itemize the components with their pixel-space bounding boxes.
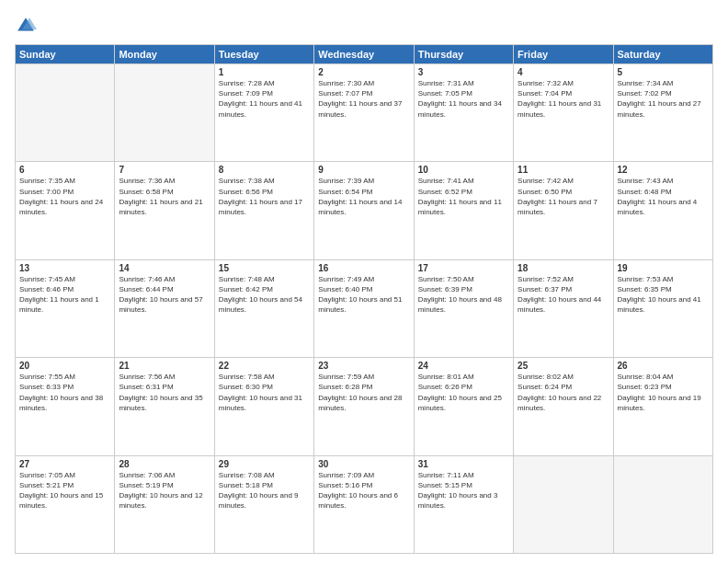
calendar-cell: 30Sunrise: 7:09 AMSunset: 5:16 PMDayligh… bbox=[314, 455, 414, 553]
calendar-cell: 21Sunrise: 7:56 AMSunset: 6:31 PMDayligh… bbox=[115, 358, 214, 455]
day-info: Sunrise: 7:05 AMSunset: 5:21 PMDaylight:… bbox=[19, 470, 110, 511]
day-number: 11 bbox=[518, 165, 609, 175]
day-info: Sunrise: 8:04 AMSunset: 6:23 PMDaylight:… bbox=[618, 372, 709, 413]
day-number: 14 bbox=[119, 263, 210, 273]
calendar-cell: 29Sunrise: 7:08 AMSunset: 5:18 PMDayligh… bbox=[214, 455, 313, 553]
day-number: 9 bbox=[318, 165, 409, 175]
day-info: Sunrise: 7:34 AMSunset: 7:02 PMDaylight:… bbox=[618, 78, 709, 120]
day-number: 3 bbox=[418, 67, 509, 77]
day-info: Sunrise: 7:36 AMSunset: 6:58 PMDaylight:… bbox=[119, 176, 210, 217]
calendar-week-1: 6Sunrise: 7:35 AMSunset: 7:00 PMDaylight… bbox=[16, 162, 713, 259]
day-info: Sunrise: 7:28 AMSunset: 7:09 PMDaylight:… bbox=[219, 78, 310, 120]
calendar-cell: 6Sunrise: 7:35 AMSunset: 7:00 PMDaylight… bbox=[16, 162, 115, 259]
calendar-header-friday: Friday bbox=[514, 45, 613, 64]
day-number: 12 bbox=[618, 165, 709, 175]
day-info: Sunrise: 7:45 AMSunset: 6:46 PMDaylight:… bbox=[19, 274, 110, 316]
day-number: 22 bbox=[219, 361, 310, 371]
calendar-header-sunday: Sunday bbox=[16, 45, 115, 64]
day-info: Sunrise: 7:42 AMSunset: 6:50 PMDaylight:… bbox=[518, 176, 609, 217]
calendar-cell: 17Sunrise: 7:50 AMSunset: 6:39 PMDayligh… bbox=[414, 259, 513, 357]
calendar-cell: 13Sunrise: 7:45 AMSunset: 6:46 PMDayligh… bbox=[16, 259, 115, 357]
day-info: Sunrise: 7:52 AMSunset: 6:37 PMDaylight:… bbox=[518, 274, 609, 316]
day-info: Sunrise: 7:46 AMSunset: 6:44 PMDaylight:… bbox=[119, 274, 210, 316]
calendar-cell: 2Sunrise: 7:30 AMSunset: 7:07 PMDaylight… bbox=[314, 64, 414, 162]
day-info: Sunrise: 7:55 AMSunset: 6:33 PMDaylight:… bbox=[19, 372, 110, 413]
day-number: 20 bbox=[19, 361, 110, 371]
day-number: 31 bbox=[418, 459, 509, 469]
calendar-week-3: 20Sunrise: 7:55 AMSunset: 6:33 PMDayligh… bbox=[16, 358, 713, 455]
calendar-cell: 10Sunrise: 7:41 AMSunset: 6:52 PMDayligh… bbox=[414, 162, 513, 259]
calendar-cell: 14Sunrise: 7:46 AMSunset: 6:44 PMDayligh… bbox=[115, 259, 214, 357]
calendar-cell: 12Sunrise: 7:43 AMSunset: 6:48 PMDayligh… bbox=[613, 162, 712, 259]
day-info: Sunrise: 7:48 AMSunset: 6:42 PMDaylight:… bbox=[219, 274, 310, 316]
calendar-header-thursday: Thursday bbox=[414, 45, 513, 64]
day-number: 28 bbox=[119, 459, 210, 469]
day-info: Sunrise: 7:50 AMSunset: 6:39 PMDaylight:… bbox=[418, 274, 509, 316]
calendar-cell: 8Sunrise: 7:38 AMSunset: 6:56 PMDaylight… bbox=[214, 162, 313, 259]
calendar-cell: 18Sunrise: 7:52 AMSunset: 6:37 PMDayligh… bbox=[514, 259, 613, 357]
day-number: 19 bbox=[618, 263, 709, 273]
day-number: 7 bbox=[119, 165, 210, 175]
calendar-header-wednesday: Wednesday bbox=[314, 45, 414, 64]
day-info: Sunrise: 8:02 AMSunset: 6:24 PMDaylight:… bbox=[518, 372, 609, 413]
day-info: Sunrise: 7:39 AMSunset: 6:54 PMDaylight:… bbox=[318, 176, 409, 217]
calendar-cell bbox=[115, 64, 214, 162]
day-info: Sunrise: 7:09 AMSunset: 5:16 PMDaylight:… bbox=[318, 470, 409, 511]
calendar-cell bbox=[16, 64, 115, 162]
calendar-cell: 20Sunrise: 7:55 AMSunset: 6:33 PMDayligh… bbox=[16, 358, 115, 455]
day-info: Sunrise: 7:59 AMSunset: 6:28 PMDaylight:… bbox=[318, 372, 409, 413]
day-info: Sunrise: 7:30 AMSunset: 7:07 PMDaylight:… bbox=[318, 78, 409, 120]
day-number: 25 bbox=[518, 361, 609, 371]
header bbox=[15, 15, 713, 37]
calendar-cell: 3Sunrise: 7:31 AMSunset: 7:05 PMDaylight… bbox=[414, 64, 513, 162]
day-number: 23 bbox=[318, 361, 409, 371]
day-info: Sunrise: 7:38 AMSunset: 6:56 PMDaylight:… bbox=[219, 176, 310, 217]
calendar-cell bbox=[613, 455, 712, 553]
day-number: 10 bbox=[418, 165, 509, 175]
calendar-cell: 19Sunrise: 7:53 AMSunset: 6:35 PMDayligh… bbox=[613, 259, 712, 357]
day-info: Sunrise: 7:32 AMSunset: 7:04 PMDaylight:… bbox=[518, 78, 609, 120]
day-info: Sunrise: 7:08 AMSunset: 5:18 PMDaylight:… bbox=[219, 470, 310, 511]
calendar-cell bbox=[514, 455, 613, 553]
calendar-cell: 11Sunrise: 7:42 AMSunset: 6:50 PMDayligh… bbox=[514, 162, 613, 259]
calendar-week-2: 13Sunrise: 7:45 AMSunset: 6:46 PMDayligh… bbox=[16, 259, 713, 357]
calendar-cell: 16Sunrise: 7:49 AMSunset: 6:40 PMDayligh… bbox=[314, 259, 414, 357]
day-number: 1 bbox=[219, 67, 310, 77]
day-info: Sunrise: 7:43 AMSunset: 6:48 PMDaylight:… bbox=[618, 176, 709, 217]
calendar-cell: 15Sunrise: 7:48 AMSunset: 6:42 PMDayligh… bbox=[214, 259, 313, 357]
calendar-header-monday: Monday bbox=[115, 45, 214, 64]
calendar-cell: 7Sunrise: 7:36 AMSunset: 6:58 PMDaylight… bbox=[115, 162, 214, 259]
day-info: Sunrise: 7:06 AMSunset: 5:19 PMDaylight:… bbox=[119, 470, 210, 511]
day-number: 27 bbox=[19, 459, 110, 469]
day-info: Sunrise: 7:31 AMSunset: 7:05 PMDaylight:… bbox=[418, 78, 509, 120]
calendar-cell: 28Sunrise: 7:06 AMSunset: 5:19 PMDayligh… bbox=[115, 455, 214, 553]
day-number: 24 bbox=[418, 361, 509, 371]
calendar-cell: 27Sunrise: 7:05 AMSunset: 5:21 PMDayligh… bbox=[16, 455, 115, 553]
day-number: 26 bbox=[618, 361, 709, 371]
calendar-cell: 26Sunrise: 8:04 AMSunset: 6:23 PMDayligh… bbox=[613, 358, 712, 455]
calendar-cell: 31Sunrise: 7:11 AMSunset: 5:15 PMDayligh… bbox=[414, 455, 513, 553]
day-number: 13 bbox=[19, 263, 110, 273]
day-info: Sunrise: 7:49 AMSunset: 6:40 PMDaylight:… bbox=[318, 274, 409, 316]
day-number: 15 bbox=[219, 263, 310, 273]
calendar-week-4: 27Sunrise: 7:05 AMSunset: 5:21 PMDayligh… bbox=[16, 455, 713, 553]
calendar-week-0: 1Sunrise: 7:28 AMSunset: 7:09 PMDaylight… bbox=[16, 64, 713, 162]
day-number: 6 bbox=[19, 165, 110, 175]
day-number: 8 bbox=[219, 165, 310, 175]
calendar-cell: 25Sunrise: 8:02 AMSunset: 6:24 PMDayligh… bbox=[514, 358, 613, 455]
calendar-header-tuesday: Tuesday bbox=[214, 45, 313, 64]
calendar-cell: 5Sunrise: 7:34 AMSunset: 7:02 PMDaylight… bbox=[613, 64, 712, 162]
day-number: 5 bbox=[618, 67, 709, 77]
day-number: 4 bbox=[518, 67, 609, 77]
day-number: 17 bbox=[418, 263, 509, 273]
calendar-header-row: SundayMondayTuesdayWednesdayThursdayFrid… bbox=[16, 45, 713, 64]
day-number: 21 bbox=[119, 361, 210, 371]
day-info: Sunrise: 8:01 AMSunset: 6:26 PMDaylight:… bbox=[418, 372, 509, 413]
calendar-cell: 24Sunrise: 8:01 AMSunset: 6:26 PMDayligh… bbox=[414, 358, 513, 455]
day-number: 18 bbox=[518, 263, 609, 273]
calendar-header-saturday: Saturday bbox=[613, 45, 712, 64]
day-number: 30 bbox=[318, 459, 409, 469]
day-info: Sunrise: 7:56 AMSunset: 6:31 PMDaylight:… bbox=[119, 372, 210, 413]
logo bbox=[15, 15, 40, 37]
day-number: 16 bbox=[318, 263, 409, 273]
